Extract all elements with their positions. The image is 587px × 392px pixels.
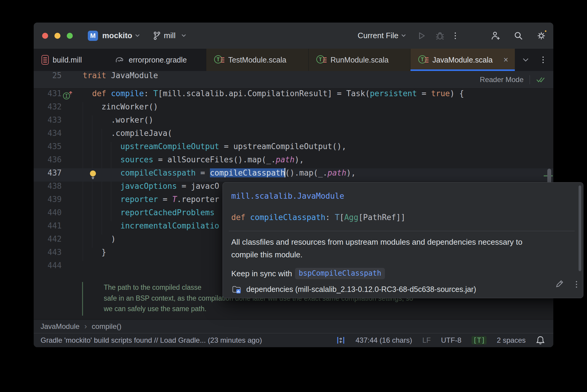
code-text: reportCachedProblems <box>83 208 214 221</box>
type-highlighting-badge[interactable]: [T] <box>472 336 487 345</box>
override-marker-icon[interactable] <box>63 90 73 101</box>
chevron-down-icon <box>181 34 186 37</box>
editor-scrollbar-thumb[interactable] <box>547 169 551 184</box>
scala-trait-icon: T <box>214 55 224 65</box>
code-with-me-button[interactable] <box>491 31 500 41</box>
caret-position[interactable]: 437:44 (16 chars) <box>355 336 412 345</box>
tab-label: JavaModule.scala <box>432 56 493 64</box>
keep-in-sync-label: Keep in sync with <box>231 269 292 278</box>
code-line[interactable]: 435 upstreamCompileOutput = upstreamComp… <box>34 142 553 155</box>
git-branch-icon <box>152 31 161 40</box>
chevron-down-icon <box>401 34 406 37</box>
breadcrumb-item-compile[interactable]: compile() <box>92 322 121 331</box>
tab-errorprone-gradle[interactable]: errorprone.gradle <box>107 49 206 71</box>
library-source-label[interactable]: dependencies (mill-scalalib_2.13-0.12.0-… <box>246 285 476 294</box>
play-icon <box>417 31 426 40</box>
line-number: 439 <box>34 195 62 208</box>
editor-tab-bar: build.mill errorprone.gradle T TestModul… <box>34 49 553 71</box>
symbol-description: All classfiles and resources from upstre… <box>231 236 522 261</box>
description-line: compile this module. <box>231 248 522 261</box>
code-text: .compileJava( <box>83 129 172 142</box>
minimize-window-button[interactable] <box>54 33 60 39</box>
status-message[interactable]: Gradle 'mockito' build scripts found // … <box>41 336 336 345</box>
close-tab-icon[interactable]: × <box>503 56 509 64</box>
search-everywhere-button[interactable] <box>514 31 523 41</box>
settings-button[interactable] <box>536 31 546 41</box>
inspections-ok-icon[interactable] <box>536 76 546 83</box>
tab-label: errorprone.gradle <box>129 56 187 64</box>
code-line[interactable]: 437 compileClasspath = compileClasspath(… <box>34 168 553 182</box>
more-actions-button[interactable] <box>453 31 457 40</box>
code-text: ) <box>83 234 116 248</box>
line-number: 442 <box>34 234 62 248</box>
branch-name: mill <box>164 31 176 40</box>
tab-runmodule-scala[interactable]: T RunModule.scala <box>308 49 410 71</box>
bell-icon <box>536 335 545 345</box>
doc-comment-line: we can safely use the same path. <box>104 304 413 314</box>
code-text: reporter = T.reporter <box>83 195 219 208</box>
debug-button[interactable] <box>435 31 444 40</box>
qualified-name-link[interactable]: mill.scalalib.JavaModule <box>231 191 344 201</box>
line-number: 433 <box>34 115 62 129</box>
run-button[interactable] <box>417 31 426 40</box>
close-window-button[interactable] <box>42 33 48 39</box>
code-line[interactable]: 431 def compile: T[mill.scalalib.api.Com… <box>34 89 553 102</box>
sync-target-link[interactable]: bspCompileClasspath <box>295 268 385 279</box>
notifications-button[interactable] <box>536 335 545 345</box>
scala-trait-icon: T <box>418 55 429 65</box>
line-number: 437 <box>34 168 62 182</box>
divider <box>229 231 575 231</box>
code-text: zincWorker() <box>83 102 158 115</box>
chevron-down-icon <box>135 34 140 37</box>
code-text: .worker() <box>83 115 153 129</box>
tab-list-chevron-icon[interactable] <box>523 58 529 62</box>
code-text: compileClasspath = compileClasspath().ma… <box>83 168 356 182</box>
doc-comment-bar <box>82 282 83 316</box>
window-controls <box>42 33 73 39</box>
gradle-icon <box>115 55 125 64</box>
code-text: upstreamCompileOutput = upstreamCompileO… <box>83 142 346 155</box>
reader-mode-label[interactable]: Reader Mode <box>480 75 524 84</box>
tab-javamodule-scala[interactable]: T JavaModule.scala × <box>410 49 515 71</box>
sticky-line-number: 25 <box>34 71 62 88</box>
breadcrumb: JavaModule › compile() <box>34 319 553 333</box>
sticky-scroll-line[interactable]: 25 trait JavaModule Reader Mode <box>34 71 553 89</box>
run-config-selector[interactable]: Current File <box>358 31 398 40</box>
code-line[interactable]: 434 .compileJava( <box>34 129 553 142</box>
line-number: 435 <box>34 142 62 155</box>
scala-trait-icon: T <box>316 55 327 65</box>
tab-label: TestModule.scala <box>228 56 286 64</box>
notification-dot <box>544 29 547 33</box>
mill-file-icon <box>41 55 49 65</box>
popup-scrollbar-thumb[interactable] <box>579 185 581 271</box>
line-number: 432 <box>34 102 62 115</box>
code-line[interactable]: 432 zincWorker() <box>34 102 553 115</box>
line-number: 434 <box>34 129 62 142</box>
edit-source-button[interactable] <box>555 279 565 288</box>
vcs-branch-widget[interactable]: mill <box>152 31 186 40</box>
file-encoding[interactable]: UTF-8 <box>441 336 461 345</box>
code-vision-toggle-icon[interactable] <box>336 335 345 345</box>
description-line: All classfiles and resources from upstre… <box>231 236 522 248</box>
tab-build-mill[interactable]: build.mill <box>34 49 107 71</box>
project-icon: M <box>88 31 98 41</box>
lightbulb-icon[interactable] <box>89 170 97 180</box>
tab-options-button[interactable] <box>541 55 545 64</box>
library-source-icon <box>232 285 241 294</box>
code-line[interactable]: 433 .worker() <box>34 115 553 129</box>
tab-testmodule-scala[interactable]: T TestModule.scala <box>206 49 308 71</box>
pencil-icon <box>555 279 565 288</box>
line-number: 441 <box>34 221 62 234</box>
sticky-trait-name: JavaModule <box>106 71 158 80</box>
breadcrumb-item-javamodule[interactable]: JavaModule <box>41 322 79 331</box>
project-selector[interactable]: mockito <box>102 31 132 40</box>
divider <box>530 75 530 84</box>
zoom-window-button[interactable] <box>67 33 73 39</box>
person-add-icon <box>491 31 500 41</box>
line-ending[interactable]: LF <box>422 336 431 345</box>
code-line[interactable]: 436 sources = allSourceFiles().map(_.pat… <box>34 155 553 168</box>
popup-more-button[interactable] <box>575 280 578 289</box>
indent-size[interactable]: 2 spaces <box>497 336 526 345</box>
title-bar: M mockito mill Current File <box>34 23 553 49</box>
line-number: 443 <box>34 248 62 261</box>
